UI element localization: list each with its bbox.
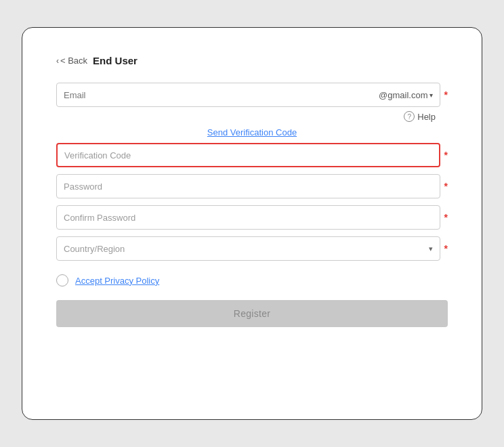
back-label[interactable]: < Back xyxy=(60,56,87,66)
help-label: Help xyxy=(417,112,436,122)
country-region-placeholder: Country/Region xyxy=(64,244,429,254)
registration-window: ‹ < Back End User @gmail.com ▾ * ? Help xyxy=(22,27,482,420)
register-button[interactable]: Register xyxy=(56,300,448,327)
email-row: @gmail.com ▾ * xyxy=(56,83,448,107)
email-domain-chevron-icon: ▾ xyxy=(429,91,433,99)
password-row: * xyxy=(56,174,448,198)
verification-code-row: * xyxy=(56,143,448,167)
password-required-star: * xyxy=(444,181,448,192)
back-chevron-icon: ‹ xyxy=(56,56,59,66)
email-input[interactable] xyxy=(64,90,379,100)
email-domain-selector[interactable]: @gmail.com ▾ xyxy=(379,90,432,100)
password-input[interactable] xyxy=(56,174,440,198)
privacy-policy-link[interactable]: Accept Privacy Policy xyxy=(75,276,159,286)
help-row: ? Help xyxy=(56,111,448,122)
country-region-row: Country/Region ▾ * xyxy=(56,236,448,261)
back-button[interactable]: ‹ < Back xyxy=(56,56,87,66)
confirm-password-input[interactable] xyxy=(56,205,440,230)
privacy-radio-button[interactable] xyxy=(56,274,68,286)
confirm-password-row: * xyxy=(56,205,448,230)
email-required-star: * xyxy=(444,89,448,100)
send-verification-code-link[interactable]: Send Verification Code xyxy=(207,127,297,137)
country-required-star: * xyxy=(444,243,448,254)
confirm-password-required-star: * xyxy=(444,212,448,223)
privacy-row: Accept Privacy Policy xyxy=(56,274,448,286)
country-region-select[interactable]: Country/Region ▾ xyxy=(56,236,440,261)
verification-code-input[interactable] xyxy=(56,143,440,167)
help-icon[interactable]: ? xyxy=(404,111,415,122)
page-title: End User xyxy=(93,55,138,66)
header: ‹ < Back End User xyxy=(56,55,448,66)
help-icon-symbol: ? xyxy=(407,113,411,121)
email-field-wrapper[interactable]: @gmail.com ▾ xyxy=(56,83,440,107)
send-code-row: Send Verification Code xyxy=(56,127,448,137)
registration-form: @gmail.com ▾ * ? Help Send Verification … xyxy=(56,83,448,327)
verification-required-star: * xyxy=(444,150,448,161)
country-region-chevron-icon: ▾ xyxy=(429,244,433,253)
email-domain-text: @gmail.com xyxy=(379,90,427,100)
